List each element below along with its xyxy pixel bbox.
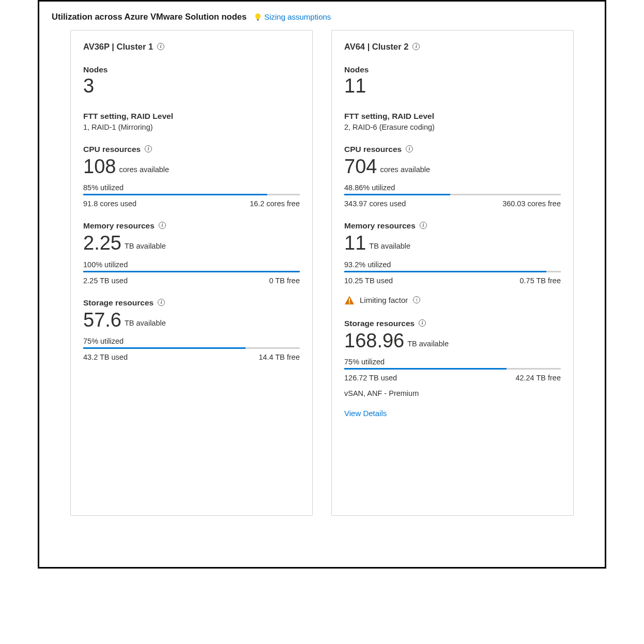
cpu-big: 704 [344, 155, 377, 179]
sto-big: 57.6 [83, 309, 121, 332]
page-title: Utilization across Azure VMware Solution… [52, 12, 247, 22]
cpu-progress-fill [83, 194, 267, 195]
cpu-info-icon[interactable]: i [406, 145, 413, 152]
mem-used: 10.25 TB used [344, 277, 393, 285]
view-details-link[interactable]: View Details [344, 409, 387, 418]
sto-label: Storage resources [344, 319, 415, 328]
cpu-suffix: cores available [380, 165, 430, 174]
cpu-used: 91.8 cores used [83, 200, 136, 208]
mem-suffix: TB available [369, 242, 410, 250]
cluster-title-text: AV64 | Cluster 2 [344, 42, 408, 52]
sto-used: 126.72 TB used [344, 374, 397, 382]
cpu-label: CPU resources [344, 145, 402, 154]
mem-suffix: TB available [125, 242, 166, 250]
sto-progress-bar [83, 347, 300, 349]
nodes-label: Nodes [344, 65, 561, 74]
mem-info-icon[interactable]: i [420, 222, 427, 229]
mem-value: 11 TB available [344, 232, 561, 255]
sto-suffix: TB available [407, 340, 449, 348]
sto-progress-fill [344, 368, 507, 370]
cluster-info-icon[interactable]: i [412, 43, 420, 50]
sto-progress-bar [344, 368, 561, 370]
sto-used-free: 43.2 TB used 14.4 TB free [83, 353, 300, 361]
cpu-big: 108 [83, 155, 116, 179]
sto-utilized: 75% utilized [344, 358, 561, 366]
sto-info-icon[interactable]: i [158, 299, 165, 306]
ftt-label: FTT setting, RAID Level [344, 112, 561, 121]
cpu-progress-bar [83, 194, 300, 195]
nodes-label: Nodes [83, 65, 300, 74]
mem-progress-fill [344, 271, 546, 272]
svg-rect-2 [349, 298, 350, 301]
mem-progress-fill [83, 271, 300, 272]
cpu-value: 108 cores available [83, 155, 300, 179]
nodes-value: 3 [83, 74, 300, 98]
cluster-card-1: AV36P | Cluster 1 i Nodes 3 FTT setting,… [70, 30, 313, 516]
mem-free: 0.75 TB free [519, 277, 561, 285]
sizing-assumptions-text[interactable]: Sizing assumptions [264, 12, 331, 21]
sto-heading: Storage resources i [83, 298, 300, 308]
cpu-suffix: cores available [119, 165, 169, 174]
nodes-value: 11 [344, 74, 561, 98]
cpu-free: 360.03 cores free [502, 200, 561, 208]
sto-value: 57.6 TB available [83, 309, 300, 332]
sto-info-icon[interactable]: i [419, 319, 426, 327]
sto-free: 14.4 TB free [258, 353, 300, 361]
mem-free: 0 TB free [269, 277, 300, 285]
section-header: Utilization across Azure VMware Solution… [52, 12, 592, 29]
limiting-factor-label: Limiting factor [360, 296, 408, 304]
mem-value: 2.25 TB available [83, 232, 300, 255]
mem-utilized: 100% utilized [83, 260, 300, 269]
limiting-factor: Limiting factor i [344, 295, 561, 305]
sto-big: 168.96 [344, 329, 404, 353]
sto-free: 42.24 TB free [515, 374, 561, 382]
sizing-assumptions-link[interactable]: Sizing assumptions [254, 12, 331, 21]
cpu-progress-bar [344, 194, 561, 195]
mem-label: Memory resources [83, 221, 155, 231]
sto-value: 168.96 TB available [344, 329, 561, 353]
sto-footnote: vSAN, ANF - Premium [344, 389, 561, 397]
mem-info-icon[interactable]: i [159, 222, 166, 229]
sto-utilized: 75% utilized [83, 337, 300, 345]
sto-label: Storage resources [83, 298, 154, 308]
sto-suffix: TB available [125, 319, 166, 327]
cluster-info-icon[interactable]: i [157, 43, 164, 50]
mem-used: 2.25 TB used [83, 277, 128, 285]
mem-used-free: 10.25 TB used 0.75 TB free [344, 277, 561, 285]
cpu-utilized: 48.86% utilized [344, 183, 561, 192]
mem-progress-bar [344, 271, 561, 272]
cpu-utilized: 85% utilized [83, 183, 300, 192]
mem-label: Memory resources [344, 221, 416, 231]
cpu-heading: CPU resources i [83, 145, 300, 154]
sto-used: 43.2 TB used [83, 353, 128, 361]
mem-heading: Memory resources i [83, 221, 300, 231]
ftt-label: FTT setting, RAID Level [83, 112, 300, 121]
cluster-title: AV36P | Cluster 1 i [83, 42, 300, 52]
lightbulb-icon [254, 13, 262, 21]
cpu-used-free: 91.8 cores used 16.2 cores free [83, 200, 300, 208]
svg-rect-0 [257, 19, 259, 20]
svg-rect-3 [349, 302, 350, 303]
ftt-value: 1, RAID-1 (Mirroring) [83, 123, 300, 131]
mem-big: 11 [344, 232, 366, 255]
ftt-value: 2, RAID-6 (Erasure coding) [344, 123, 561, 131]
limiting-info-icon[interactable]: i [413, 296, 420, 303]
cluster-title: AV64 | Cluster 2 i [344, 42, 561, 52]
cpu-info-icon[interactable]: i [145, 145, 152, 152]
cpu-label: CPU resources [83, 145, 141, 154]
cpu-heading: CPU resources i [344, 145, 561, 154]
cpu-used: 343.97 cores used [344, 200, 406, 208]
mem-used-free: 2.25 TB used 0 TB free [83, 277, 300, 285]
cpu-free: 16.2 cores free [250, 200, 300, 208]
cpu-value: 704 cores available [344, 155, 561, 179]
cluster-title-text: AV36P | Cluster 1 [83, 42, 153, 52]
sto-heading: Storage resources i [344, 319, 561, 328]
cluster-card-2: AV64 | Cluster 2 i Nodes 11 FTT setting,… [331, 30, 574, 516]
cpu-progress-fill [344, 194, 450, 195]
mem-progress-bar [83, 271, 300, 272]
sto-used-free: 126.72 TB used 42.24 TB free [344, 374, 561, 382]
svg-rect-1 [257, 20, 259, 21]
cpu-used-free: 343.97 cores used 360.03 cores free [344, 200, 561, 208]
mem-utilized: 93.2% utilized [344, 260, 561, 269]
sto-progress-fill [83, 347, 246, 349]
